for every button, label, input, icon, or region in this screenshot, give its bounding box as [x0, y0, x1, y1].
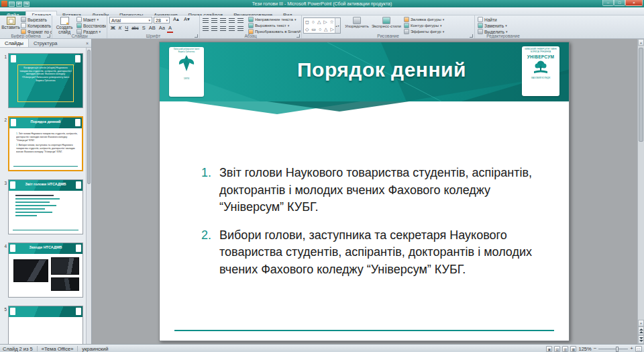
status-right: ▣ ▤ ▥ ▦ 125% − + ⛶ [546, 345, 642, 352]
zoom-in-button[interactable]: + [630, 345, 633, 352]
line-spacing-icon[interactable] [237, 17, 244, 24]
bold-button[interactable]: Ж [109, 25, 117, 33]
maximize-button[interactable] [614, 0, 625, 6]
drawing-group-label: Рисование [302, 34, 474, 38]
universum-college-logo: КИЇВСЬКИЙ УНІВЕРСИТЕТ ІМЕНІ БОРИСА ГРІНЧ… [522, 46, 559, 96]
reset-button[interactable]: Восстановить [76, 23, 106, 28]
tab-slides[interactable]: Слайды [0, 39, 29, 47]
new-slide-button[interactable]: Создать слайд [54, 17, 75, 35]
text-bars [15, 195, 77, 218]
bullets-icon[interactable] [202, 17, 209, 24]
increase-indent-icon[interactable] [228, 17, 235, 24]
scroll-up-icon[interactable]: ▲ [638, 39, 644, 46]
align-center-icon[interactable] [211, 26, 218, 32]
current-slide[interactable]: Порядок денний Київський університет іме… [159, 42, 570, 341]
tab-outline[interactable]: Структура [29, 39, 62, 47]
arrange-button[interactable]: Упорядочить [343, 17, 370, 28]
list-number: 1. [201, 165, 219, 216]
clipboard-dialog-launcher[interactable] [47, 34, 50, 38]
align-text-button[interactable]: Выровнять текст [248, 23, 301, 28]
slide-sorter-view-button[interactable]: ▤ [554, 346, 560, 352]
align-left-icon[interactable] [202, 26, 209, 32]
grow-font-icon[interactable]: A▴ [172, 16, 180, 23]
undo-icon[interactable]: ↶ [16, 1, 22, 7]
language-indicator[interactable]: украинский [82, 346, 108, 352]
panel-scrollbar[interactable] [86, 48, 91, 344]
main-scrollbar-thumb[interactable] [639, 48, 643, 142]
close-pane-icon[interactable] [83, 39, 91, 47]
reading-view-button[interactable]: ▥ [562, 346, 568, 352]
university-logo-text: Київський університет імені Бориса Грінч… [169, 48, 204, 54]
fit-to-window-button[interactable]: ⛶ [635, 346, 642, 352]
drawing-dialog-launcher[interactable] [470, 34, 473, 38]
slide-3-title-mini: Звіт голови НТСАДМВ [14, 182, 77, 186]
right-logo-mini [75, 55, 80, 62]
paste-button[interactable]: Вставить [2, 17, 19, 30]
slide-2-thumbnail-selected[interactable]: Порядок денний 1.Звіт голови Наукового т… [8, 116, 83, 171]
previous-slide-button[interactable] [638, 326, 644, 335]
save-icon[interactable] [9, 1, 15, 7]
slide-1-thumbnail[interactable]: Конференція членів (зборів) Наукового то… [8, 53, 83, 108]
align-text-icon [248, 23, 254, 28]
next-slide-button[interactable] [638, 335, 644, 344]
scroll-down-icon[interactable]: ▼ [638, 320, 644, 326]
redo-icon[interactable]: ↷ [23, 1, 30, 7]
align-right-icon[interactable] [219, 26, 227, 32]
font-size-select[interactable]: 28 [154, 17, 170, 24]
scissors-icon [21, 17, 26, 22]
text-shadow-button[interactable]: S [141, 25, 147, 33]
paste-label: Вставить [1, 26, 20, 30]
slide-3-thumbnail[interactable]: Звіт голови НТСАДМВ [8, 179, 83, 234]
divider [77, 346, 78, 351]
slide-5-thumbnail[interactable] [8, 306, 83, 344]
find-icon [478, 17, 483, 22]
underline-button[interactable]: Ч [123, 25, 129, 33]
clipboard-group: Вставить Вырезать Копировать Формат по о… [0, 15, 52, 38]
shrink-font-icon[interactable]: A▾ [182, 16, 191, 23]
normal-view-button[interactable]: ▣ [546, 346, 552, 352]
text-direction-button[interactable]: Направление текста [248, 17, 301, 22]
paragraph-dialog-launcher[interactable] [297, 34, 300, 38]
layout-button[interactable]: Макет [76, 17, 106, 22]
slide-body-text[interactable]: 1. Звіт голови Наукового товариства студ… [201, 165, 541, 289]
zoom-slider[interactable] [598, 349, 628, 349]
justify-icon[interactable] [228, 26, 235, 32]
layout-icon [76, 17, 82, 22]
font-dialog-launcher[interactable] [195, 34, 198, 38]
font-color-button[interactable]: А [167, 25, 173, 33]
close-button[interactable] [625, 0, 643, 6]
arrange-icon [353, 17, 361, 24]
reset-icon [76, 23, 82, 28]
shapes-gallery[interactable]: ◻ ○ △ ▷ ☆◇ ▭ ○ △ ▷ [303, 17, 341, 34]
theme-name[interactable]: «Тема Office» [42, 346, 74, 352]
powerpoint-app-icon[interactable] [1, 1, 7, 7]
shape-outline-button[interactable]: Контур фигуры [404, 23, 474, 28]
zoom-out-button[interactable]: − [594, 345, 597, 352]
quick-styles-button[interactable]: Экспресс-стили [372, 17, 401, 28]
italic-button[interactable]: К [117, 25, 123, 33]
main-scrollbar[interactable]: ▲ ▼ [637, 39, 644, 344]
panel-scrollbar-thumb[interactable] [87, 50, 91, 184]
minimize-button[interactable] [602, 0, 614, 6]
zoom-level[interactable]: 125% [578, 346, 591, 352]
change-case-button[interactable]: Аа [158, 25, 166, 33]
list-number: 2. [201, 227, 219, 279]
zoom-slider-thumb[interactable] [616, 347, 619, 352]
slide-4-thumbnail[interactable]: Заходи НТСАДМВ [8, 243, 83, 298]
copy-button[interactable]: Копировать [21, 23, 52, 28]
replace-button[interactable]: Заменить [478, 23, 529, 28]
columns-icon[interactable] [237, 26, 244, 32]
find-button[interactable]: Найти [478, 17, 529, 22]
numbering-icon[interactable] [211, 17, 218, 24]
slide-title[interactable]: Порядок денний [160, 58, 569, 81]
strikethrough-button[interactable]: abc [130, 25, 140, 33]
slideshow-view-button[interactable]: ▦ [570, 346, 576, 352]
character-spacing-button[interactable]: АВ [148, 25, 157, 33]
font-name-select[interactable]: Arial [109, 17, 152, 24]
shape-fill-button[interactable]: Заливка фигуры [404, 17, 474, 22]
title-bar: ↶ ↷ Тези голови ІІІ - Microsoft PowerPoi… [0, 0, 644, 7]
window-controls [602, 0, 643, 6]
slide-number: 1 [1, 54, 7, 59]
decrease-indent-icon[interactable] [219, 17, 227, 24]
cut-button[interactable]: Вырезать [21, 17, 52, 22]
